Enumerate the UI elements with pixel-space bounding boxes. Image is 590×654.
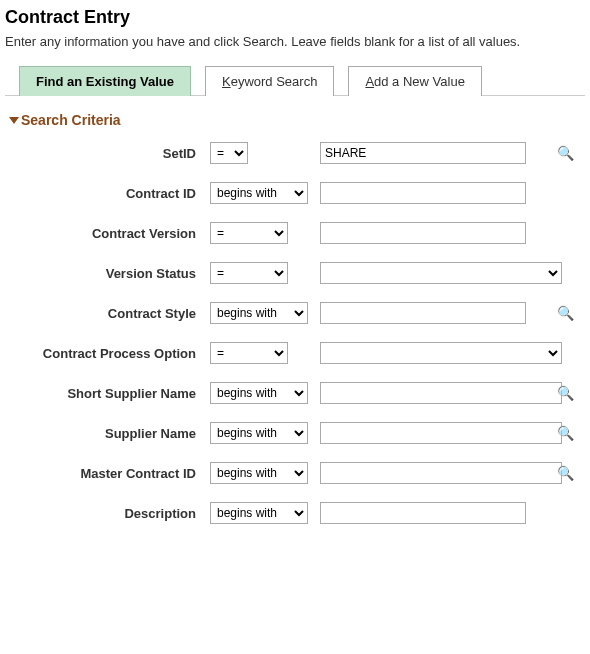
tab-add-accel: A <box>365 74 374 89</box>
lookup-contract-style-icon[interactable]: 🔍 <box>557 305 574 321</box>
input-contract-style[interactable] <box>320 302 526 324</box>
chevron-down-icon <box>9 117 19 124</box>
input-contract-id[interactable] <box>320 182 526 204</box>
tab-find-existing[interactable]: Find an Existing Value <box>19 66 191 96</box>
label-contract-id: Contract ID <box>5 186 200 201</box>
input-supplier-name[interactable] <box>320 422 562 444</box>
op-master-contract-id[interactable]: begins with <box>210 462 308 484</box>
lookup-setid-icon[interactable]: 🔍 <box>557 145 574 161</box>
input-short-supplier-name[interactable] <box>320 382 562 404</box>
select-version-status[interactable] <box>320 262 562 284</box>
tab-keyword-accel: K <box>222 74 231 89</box>
select-contract-process-option[interactable] <box>320 342 562 364</box>
criteria-grid: SetID = 🔍 Contract ID begins with Contra… <box>5 142 585 524</box>
op-version-status[interactable]: = <box>210 262 288 284</box>
input-master-contract-id[interactable] <box>320 462 562 484</box>
label-contract-style: Contract Style <box>5 306 200 321</box>
input-contract-version[interactable] <box>320 222 526 244</box>
label-master-contract-id: Master Contract ID <box>5 466 200 481</box>
lookup-supplier-icon[interactable]: 🔍 <box>557 425 574 441</box>
tab-keyword-search[interactable]: Keyword Search <box>205 66 334 96</box>
tab-bar: Find an Existing Value Keyword Search Ad… <box>5 65 585 96</box>
op-contract-process-option[interactable]: = <box>210 342 288 364</box>
lookup-master-contract-icon[interactable]: 🔍 <box>557 465 574 481</box>
label-version-status: Version Status <box>5 266 200 281</box>
input-setid[interactable] <box>320 142 526 164</box>
tab-add-new[interactable]: Add a New Value <box>348 66 482 96</box>
label-supplier-name: Supplier Name <box>5 426 200 441</box>
op-contract-id[interactable]: begins with <box>210 182 308 204</box>
page-subtitle: Enter any information you have and click… <box>5 34 585 49</box>
op-description[interactable]: begins with <box>210 502 308 524</box>
op-setid[interactable]: = <box>210 142 248 164</box>
tab-add-rest: dd a New Value <box>374 74 465 89</box>
label-setid: SetID <box>5 146 200 161</box>
search-criteria-label: Search Criteria <box>21 112 121 128</box>
label-contract-version: Contract Version <box>5 226 200 241</box>
label-description: Description <box>5 506 200 521</box>
input-description[interactable] <box>320 502 526 524</box>
page-title: Contract Entry <box>5 7 585 28</box>
search-criteria-toggle[interactable]: Search Criteria <box>9 112 585 128</box>
label-contract-process-option: Contract Process Option <box>5 346 200 361</box>
op-short-supplier-name[interactable]: begins with <box>210 382 308 404</box>
label-short-supplier-name: Short Supplier Name <box>5 386 200 401</box>
op-contract-version[interactable]: = <box>210 222 288 244</box>
op-contract-style[interactable]: begins with <box>210 302 308 324</box>
op-supplier-name[interactable]: begins with <box>210 422 308 444</box>
lookup-short-supplier-icon[interactable]: 🔍 <box>557 385 574 401</box>
tab-keyword-rest: eyword Search <box>231 74 318 89</box>
